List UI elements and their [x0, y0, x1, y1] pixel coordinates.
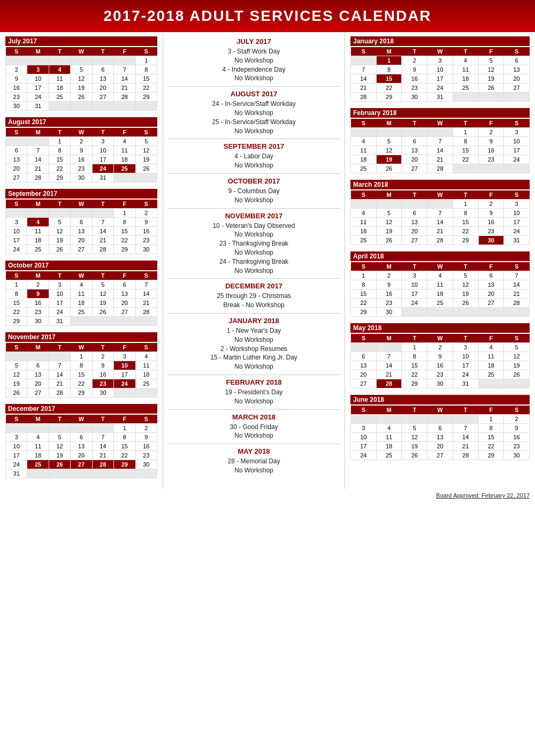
event-line: 4 - Independence Day	[170, 65, 338, 74]
day-header: T	[49, 343, 70, 352]
day-header: T	[402, 47, 427, 56]
calendar-day: 7	[114, 65, 135, 74]
calendar-day: 2	[71, 137, 92, 146]
calendar-day	[135, 317, 157, 326]
main-layout: July 2017SMTWTFS123456789101112131415161…	[0, 32, 535, 489]
calendar-day: 25	[351, 164, 377, 173]
mini-calendar: February 2018SMTWTFS12345678910111213141…	[350, 108, 530, 173]
event-line: No Workshop	[170, 466, 338, 475]
calendar-day: 5	[504, 343, 530, 352]
calendar-day: 11	[71, 289, 92, 299]
calendar-day: 30	[135, 460, 157, 469]
day-header: S	[351, 334, 377, 343]
calendar-day: 11	[478, 352, 504, 361]
calendar-day: 24	[114, 379, 135, 388]
calendar-day: 27	[478, 299, 504, 308]
calendar-day: 15	[376, 74, 402, 83]
calendar-day: 18	[478, 361, 504, 370]
day-header: M	[376, 190, 402, 200]
day-header: W	[71, 47, 92, 56]
calendar-day: 16	[71, 155, 92, 164]
calendar-day: 10	[114, 361, 135, 370]
calendar-day: 16	[504, 433, 530, 442]
calendar-day: 24	[6, 245, 27, 254]
day-header: T	[402, 334, 427, 343]
calendar-day: 4	[49, 65, 70, 74]
calendar-day: 7	[376, 352, 402, 361]
calendar-day: 27	[71, 245, 92, 254]
calendar-day: 13	[114, 289, 135, 299]
calendar-day: 19	[135, 155, 157, 164]
calendar-day: 5	[6, 361, 27, 370]
day-header: W	[71, 200, 92, 209]
calendar-day	[478, 164, 504, 173]
calendar-day: 13	[92, 74, 113, 83]
calendar-day: 14	[92, 227, 113, 236]
calendar-day: 8	[114, 218, 135, 227]
calendar-day	[351, 415, 377, 424]
calendar-day: 23	[427, 370, 453, 379]
calendar-day: 4	[427, 271, 453, 280]
event-block: AUGUST 201724 - In-Service/Staff Workday…	[167, 87, 340, 139]
day-header: S	[6, 128, 27, 137]
calendar-day: 1	[453, 200, 478, 209]
calendar-day: 18	[27, 451, 49, 460]
calendar-day: 6	[114, 280, 135, 289]
day-header: M	[376, 47, 402, 56]
calendar-day: 8	[478, 424, 504, 433]
calendar-day: 29	[376, 93, 402, 102]
mini-calendar: March 2018SMTWTFS12345678910111213141516…	[350, 180, 530, 245]
day-header: F	[114, 128, 135, 137]
day-header: W	[427, 119, 453, 128]
calendar-day: 30	[427, 379, 453, 388]
calendar-day: 26	[49, 245, 70, 254]
event-line: 15 - Martin Luther King Jr. Day	[170, 353, 338, 362]
calendar-day: 17	[6, 236, 27, 245]
calendar-day: 3	[114, 352, 135, 361]
event-line: 25 - In-Service/Staff Workday	[170, 118, 338, 127]
calendar-day: 4	[351, 209, 377, 218]
calendar-day: 25	[27, 460, 49, 469]
calendar-day: 21	[114, 83, 135, 93]
calendar-day: 13	[427, 433, 453, 442]
event-month: MAY 2018	[170, 447, 338, 455]
calendar-day	[27, 424, 49, 433]
day-header: T	[92, 128, 113, 137]
calendar-day: 5	[376, 137, 402, 146]
calendar-day: 10	[504, 137, 530, 146]
event-month: FEBRUARY 2018	[170, 378, 338, 386]
calendar-day: 3	[504, 200, 530, 209]
day-header: T	[402, 406, 427, 415]
calendar-day: 7	[92, 218, 113, 227]
day-header: W	[71, 343, 92, 352]
calendar-day	[504, 164, 530, 173]
calendar-day	[114, 388, 135, 398]
calendar-day: 14	[427, 218, 453, 227]
calendar-day: 29	[135, 93, 157, 102]
calendar-day: 4	[71, 280, 92, 289]
calendar-day: 18	[27, 236, 49, 245]
event-block: MARCH 201830 - Good FridayNo Workshop	[167, 410, 340, 445]
calendar-day: 13	[351, 361, 377, 370]
calendar-day	[402, 308, 427, 317]
mini-calendar-title: September 2017	[5, 189, 157, 198]
calendar-day: 13	[71, 442, 92, 451]
day-header: S	[504, 190, 530, 200]
calendar-day: 25	[135, 379, 157, 388]
calendar-day	[351, 200, 377, 209]
day-header: W	[427, 406, 453, 415]
day-header: S	[135, 47, 157, 56]
event-line: No Workshop	[170, 266, 338, 276]
calendar-day: 17	[504, 218, 530, 227]
calendar-day	[402, 128, 427, 137]
calendar-day: 12	[376, 218, 402, 227]
calendar-day: 19	[376, 155, 402, 164]
calendar-day	[351, 343, 377, 352]
calendar-day	[135, 469, 157, 478]
calendar-day: 23	[402, 83, 427, 93]
day-header: T	[453, 406, 478, 415]
day-header: M	[27, 415, 49, 424]
day-header: T	[92, 343, 113, 352]
calendar-day: 11	[114, 146, 135, 155]
calendar-day: 29	[114, 460, 135, 469]
